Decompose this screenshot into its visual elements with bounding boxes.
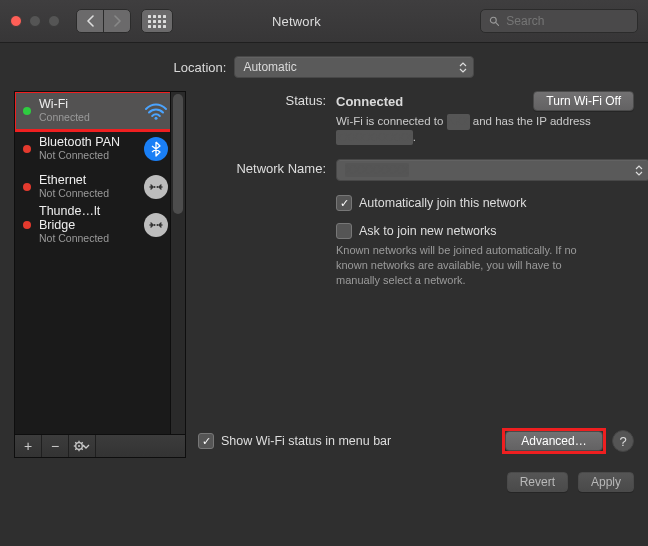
gear-icon — [72, 440, 92, 452]
status-dot-icon — [23, 145, 31, 153]
auto-join-checkbox[interactable]: Automatically join this network — [336, 195, 634, 211]
svg-line-16 — [82, 442, 83, 443]
checkbox-icon — [336, 223, 352, 239]
location-value: Automatic — [243, 60, 296, 74]
status-dot-icon — [23, 107, 31, 115]
window-controls — [10, 15, 60, 27]
updown-caret-icon — [451, 62, 467, 73]
sidebar: Wi-Fi Connected Bluetooth PAN — [14, 91, 186, 458]
location-label: Location: — [174, 60, 227, 75]
ask-join-hint: Known networks will be joined automatica… — [336, 243, 586, 288]
ethernet-icon — [143, 174, 169, 200]
close-window[interactable] — [10, 15, 22, 27]
sidebar-scrollbar[interactable] — [170, 92, 185, 434]
search-icon — [489, 15, 499, 27]
thunderbolt-icon — [143, 212, 169, 238]
svg-point-5 — [154, 224, 156, 226]
detail-pane: Status: Connected Turn Wi-Fi Off Wi-Fi i… — [198, 91, 634, 458]
revert-button[interactable]: Revert — [507, 472, 568, 492]
wifi-icon — [143, 98, 169, 124]
minimize-window[interactable] — [29, 15, 41, 27]
svg-point-6 — [157, 224, 159, 226]
service-status: Not Connected — [39, 188, 135, 200]
status-dot-icon — [23, 221, 31, 229]
add-service-button[interactable]: + — [15, 435, 42, 457]
apply-button[interactable]: Apply — [578, 472, 634, 492]
status-dot-icon — [23, 183, 31, 191]
service-name: Wi-Fi — [39, 98, 135, 112]
svg-point-4 — [157, 186, 159, 188]
status-description: Wi-Fi is connected to XXX and has the IP… — [336, 114, 634, 145]
redacted-network-name: XXXXXXXX — [345, 163, 409, 177]
svg-point-2 — [155, 117, 158, 120]
auto-join-label: Automatically join this network — [359, 196, 526, 210]
bottom-row: Show Wi-Fi status in menu bar Advanced… … — [198, 430, 634, 452]
location-popup[interactable]: Automatic — [234, 56, 474, 78]
status-row: Status: Connected Turn Wi-Fi Off Wi-Fi i… — [198, 91, 634, 145]
sidebar-item-ethernet[interactable]: Ethernet Not Connected — [15, 168, 185, 206]
back-button[interactable] — [77, 10, 103, 32]
sidebar-footer: + − — [14, 434, 186, 458]
checkbox-icon — [336, 195, 352, 211]
service-name: Bluetooth PAN — [39, 136, 135, 150]
checkbox-icon — [198, 433, 214, 449]
network-name-row: Network Name: XXXXXXXX Automatically joi… — [198, 159, 634, 288]
service-status: Not Connected — [39, 150, 135, 162]
turn-wifi-off-button[interactable]: Turn Wi-Fi Off — [533, 91, 634, 111]
location-row: Location: Automatic — [0, 43, 648, 91]
status-value: Connected — [336, 94, 403, 109]
network-name-label: Network Name: — [198, 159, 336, 176]
help-button[interactable]: ? — [612, 430, 634, 452]
remove-service-button[interactable]: − — [42, 435, 69, 457]
advanced-button[interactable]: Advanced… — [505, 431, 603, 451]
service-status: Not Connected — [39, 233, 135, 245]
footer-buttons: Revert Apply — [0, 472, 648, 506]
service-list: Wi-Fi Connected Bluetooth PAN — [14, 91, 186, 434]
svg-line-15 — [75, 449, 76, 450]
zoom-window[interactable] — [48, 15, 60, 27]
svg-line-13 — [75, 442, 76, 443]
sidebar-item-wifi[interactable]: Wi-Fi Connected — [15, 92, 185, 130]
ask-join-label: Ask to join new networks — [359, 224, 497, 238]
svg-line-14 — [82, 449, 83, 450]
ask-join-checkbox[interactable]: Ask to join new networks — [336, 223, 634, 239]
main-area: Wi-Fi Connected Bluetooth PAN — [0, 91, 648, 472]
scrollbar-thumb[interactable] — [173, 94, 183, 214]
show-menubar-checkbox[interactable]: Show Wi-Fi status in menu bar — [198, 433, 391, 449]
status-label: Status: — [198, 91, 336, 108]
sidebar-item-bluetooth-pan[interactable]: Bluetooth PAN Not Connected — [15, 130, 185, 168]
search-field[interactable] — [480, 9, 638, 33]
svg-line-1 — [496, 23, 499, 26]
redacted-ip: XXXXXXXXXX — [336, 130, 413, 146]
svg-point-3 — [154, 186, 156, 188]
updown-caret-icon — [627, 165, 643, 176]
toolbar: Network — [0, 0, 648, 43]
network-name-popup[interactable]: XXXXXXXX — [336, 159, 648, 181]
redacted-ssid: XXX — [447, 114, 470, 130]
sidebar-item-thunderbolt-bridge[interactable]: Thunde…lt Bridge Not Connected — [15, 206, 185, 244]
bluetooth-icon — [143, 136, 169, 162]
window-title: Network — [123, 14, 470, 29]
svg-point-8 — [78, 445, 80, 447]
service-status: Connected — [39, 112, 135, 124]
service-name: Thunde…lt Bridge — [39, 205, 135, 233]
service-name: Ethernet — [39, 174, 135, 188]
service-actions-button[interactable] — [69, 435, 96, 457]
svg-point-0 — [490, 17, 496, 23]
search-input[interactable] — [504, 13, 629, 29]
show-menubar-label: Show Wi-Fi status in menu bar — [221, 434, 391, 448]
